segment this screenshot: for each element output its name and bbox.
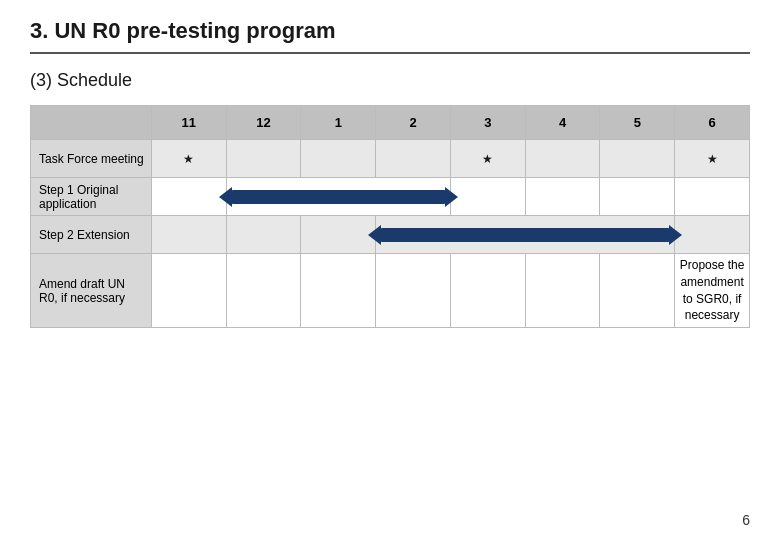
row-label-amend: Amend draft UN R0, if necessary bbox=[31, 254, 152, 328]
cell-amend-3 bbox=[450, 254, 525, 328]
cell-s2-12 bbox=[226, 216, 301, 254]
col-header-5: 5 bbox=[600, 106, 675, 140]
row-label-step1: Step 1 Original application bbox=[31, 178, 152, 216]
col-header-3: 3 bbox=[450, 106, 525, 140]
cell-s1-5 bbox=[600, 178, 675, 216]
cell-s1-arrow bbox=[226, 178, 450, 216]
cell-tf-11: ★ bbox=[151, 140, 226, 178]
schedule-table: 11 12 1 2 3 4 5 6 Task Force meeting ★ ★ bbox=[30, 105, 750, 328]
table-row: Task Force meeting ★ ★ ★ bbox=[31, 140, 750, 178]
step2-arrow-bar bbox=[380, 228, 670, 242]
row-label-task-force: Task Force meeting bbox=[31, 140, 152, 178]
cell-amend-4 bbox=[525, 254, 600, 328]
cell-tf-1 bbox=[301, 140, 376, 178]
cell-s1-3 bbox=[450, 178, 525, 216]
section-title: (3) Schedule bbox=[30, 70, 750, 91]
cell-s2-11 bbox=[151, 216, 226, 254]
step1-arrow-bar bbox=[231, 190, 446, 204]
row-label-step2: Step 2 Extension bbox=[31, 216, 152, 254]
step1-arrow bbox=[231, 183, 446, 211]
header-row: 11 12 1 2 3 4 5 6 bbox=[31, 106, 750, 140]
col-header-label bbox=[31, 106, 152, 140]
cell-tf-4 bbox=[525, 140, 600, 178]
col-header-6: 6 bbox=[675, 106, 750, 140]
cell-tf-6: ★ bbox=[675, 140, 750, 178]
cell-s1-4 bbox=[525, 178, 600, 216]
cell-amend-11 bbox=[151, 254, 226, 328]
table-row: Step 2 Extension bbox=[31, 216, 750, 254]
page-title: 3. UN R0 pre-testing program bbox=[30, 18, 750, 54]
cell-s2-1 bbox=[301, 216, 376, 254]
cell-tf-2 bbox=[376, 140, 451, 178]
cell-tf-5 bbox=[600, 140, 675, 178]
footer-page-number: 6 bbox=[742, 512, 750, 528]
cell-tf-12 bbox=[226, 140, 301, 178]
cell-s2-6 bbox=[675, 216, 750, 254]
col-header-12: 12 bbox=[226, 106, 301, 140]
cell-tf-3: ★ bbox=[450, 140, 525, 178]
cell-amend-propose: Propose the amendment to SGR0, if necess… bbox=[675, 254, 750, 328]
col-header-2: 2 bbox=[376, 106, 451, 140]
col-header-4: 4 bbox=[525, 106, 600, 140]
cell-amend-5 bbox=[600, 254, 675, 328]
step2-arrow bbox=[380, 221, 670, 249]
cell-amend-1 bbox=[301, 254, 376, 328]
col-header-11: 11 bbox=[151, 106, 226, 140]
cell-s1-6 bbox=[675, 178, 750, 216]
cell-amend-2 bbox=[376, 254, 451, 328]
col-header-1: 1 bbox=[301, 106, 376, 140]
cell-s1-11 bbox=[151, 178, 226, 216]
table-row: Step 1 Original application bbox=[31, 178, 750, 216]
table-row: Amend draft UN R0, if necessary Propose … bbox=[31, 254, 750, 328]
cell-s2-arrow bbox=[376, 216, 675, 254]
cell-amend-12 bbox=[226, 254, 301, 328]
page-container: 3. UN R0 pre-testing program (3) Schedul… bbox=[0, 0, 780, 338]
